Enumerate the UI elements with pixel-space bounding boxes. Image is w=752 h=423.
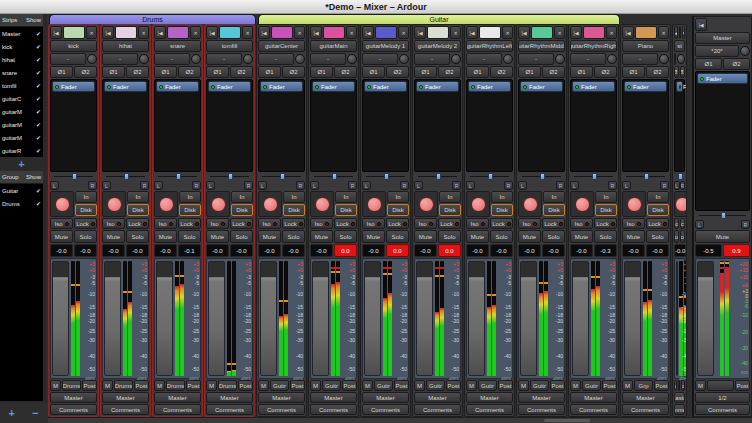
pan-handle[interactable]	[228, 173, 233, 180]
solo-button[interactable]: Solo	[680, 230, 685, 243]
peak-display[interactable]: -0.0	[126, 244, 149, 257]
processor-box[interactable]: Fader	[50, 79, 97, 172]
output-button[interactable]: Master	[414, 392, 461, 403]
narrow-strip-button[interactable]: |◀	[258, 26, 270, 39]
narrow-strip-button[interactable]: |◀	[622, 26, 634, 39]
group-button[interactable]: Guitr	[478, 380, 497, 391]
track-color-chip[interactable]	[271, 26, 293, 39]
trim-knob[interactable]	[243, 54, 253, 64]
output-button[interactable]: Master	[154, 392, 201, 403]
fader-processor[interactable]: Fader	[572, 81, 615, 92]
phase-1-button[interactable]: Ø1	[674, 66, 679, 78]
gain-display[interactable]: -0.0	[466, 244, 489, 257]
input-button[interactable]: -	[466, 53, 502, 65]
phase-1-button[interactable]: Ø1	[622, 66, 645, 78]
close-icon[interactable]: ✕	[138, 26, 149, 39]
pan-handle[interactable]	[644, 173, 649, 180]
phase-2-button[interactable]: Ø2	[680, 66, 685, 78]
monitor-disk-button[interactable]: Disk	[439, 204, 461, 216]
gain-display[interactable]: -0.0	[50, 244, 73, 257]
group-button[interactable]	[707, 380, 734, 391]
strip-name-button[interactable]: guitarRhythmLeft	[466, 40, 513, 52]
pan-left-button[interactable]: L	[154, 181, 163, 190]
group-button[interactable]: Drums	[114, 380, 133, 391]
group-button[interactable]: Guitr	[270, 380, 289, 391]
record-arm-button[interactable]	[419, 197, 434, 212]
input-button[interactable]: -	[570, 53, 606, 65]
group-button[interactable]: Guitr	[582, 380, 601, 391]
solo-button[interactable]: Solo	[490, 230, 513, 243]
solo-lock-button[interactable]: Lock	[646, 218, 669, 229]
solo-lock-button[interactable]: Lock	[334, 218, 357, 229]
phase-2-button[interactable]: Ø2	[646, 66, 669, 78]
list-item[interactable]: snare ✔	[0, 66, 43, 79]
narrow-strip-button[interactable]: |◀	[414, 26, 426, 39]
gain-display[interactable]: -0.0	[154, 244, 177, 257]
pan-right-button[interactable]: R	[741, 220, 750, 229]
group-button[interactable]: Grp	[678, 380, 680, 391]
add-group-button[interactable]: +	[9, 407, 15, 419]
gain-display[interactable]: -0.0	[362, 244, 385, 257]
pan-left-button[interactable]: L	[362, 181, 371, 190]
processor-box[interactable]: Fader	[622, 79, 669, 172]
metering-point-button[interactable]: M	[102, 380, 113, 391]
list-item[interactable]: guitarM ✔	[0, 118, 43, 131]
fader-processor[interactable]: Fader	[156, 81, 199, 92]
monitor-disk-button[interactable]: Disk	[75, 204, 97, 216]
pan-slider[interactable]	[695, 212, 750, 219]
pan-right-button[interactable]: R	[660, 181, 669, 190]
metering-point-button[interactable]: M	[518, 380, 529, 391]
mute-button[interactable]: Mute	[310, 230, 333, 243]
peak-display[interactable]: 0.0	[334, 244, 357, 257]
strip-name-button[interactable]: Piano	[622, 40, 669, 52]
record-arm-button[interactable]	[263, 197, 278, 212]
phase-1-button[interactable]: Ø1	[362, 66, 385, 78]
peak-display[interactable]: 0.9	[723, 244, 750, 257]
fader-slider[interactable]	[468, 261, 485, 376]
list-item[interactable]: tomfil ✔	[0, 79, 43, 92]
comments-button[interactable]: Comments	[695, 404, 750, 415]
phase-2-button[interactable]: Ø2	[386, 66, 409, 78]
pan-slider[interactable]	[414, 173, 461, 180]
pan-slider[interactable]	[206, 173, 253, 180]
trim-knob[interactable]	[607, 54, 617, 64]
list-item[interactable]: guitarM ✔	[0, 131, 43, 144]
comments-button[interactable]: Comments	[414, 404, 461, 415]
monitor-disk-button[interactable]: Disk	[543, 204, 565, 216]
solo-lock-button[interactable]: Lock	[438, 218, 461, 229]
strip-name-button[interactable]: guitarCenter	[258, 40, 305, 52]
metering-point-button[interactable]: M	[154, 380, 165, 391]
phase-1-button[interactable]: Ø1	[466, 66, 489, 78]
fader-processor[interactable]: Fader	[676, 81, 683, 92]
pan-left-button[interactable]: L	[466, 181, 475, 190]
output-button[interactable]: Master	[518, 392, 565, 403]
monitor-disk-button[interactable]: Disk	[179, 204, 201, 216]
fader-slider[interactable]	[520, 261, 537, 376]
narrow-strip-button[interactable]: |◀	[466, 26, 478, 39]
pan-right-button[interactable]: R	[608, 181, 617, 190]
input-button[interactable]: -	[310, 53, 346, 65]
fader-slider[interactable]	[697, 261, 714, 376]
phase-1-button[interactable]: Ø1	[695, 58, 722, 70]
mute-button[interactable]: Mute	[466, 230, 489, 243]
strip-name-button[interactable]: kick	[50, 40, 97, 52]
solo-lock-button[interactable]: Lock	[178, 218, 201, 229]
solo-isolate-button[interactable]: Iso	[258, 218, 281, 229]
pan-right-button[interactable]: R	[140, 181, 149, 190]
comments-button[interactable]: Comments	[154, 404, 201, 415]
pan-right-button[interactable]: R	[296, 181, 305, 190]
processor-box[interactable]: Fader	[466, 79, 513, 172]
record-arm-button[interactable]	[471, 197, 486, 212]
comments-button[interactable]: Comments	[206, 404, 253, 415]
mute-button[interactable]: Mute	[102, 230, 125, 243]
peak-display[interactable]: -0.1	[178, 244, 201, 257]
trim-knob[interactable]	[347, 54, 357, 64]
fader-processor[interactable]: Fader	[104, 81, 147, 92]
solo-lock-button[interactable]: Lock	[126, 218, 149, 229]
list-item[interactable]: hihat ✔	[0, 53, 43, 66]
mute-button[interactable]: Mute	[570, 230, 593, 243]
input-button[interactable]: -	[622, 53, 658, 65]
close-icon[interactable]: ✕	[606, 26, 617, 39]
mute-button[interactable]: Mute	[50, 230, 73, 243]
gain-display[interactable]: -0.0	[102, 244, 125, 257]
